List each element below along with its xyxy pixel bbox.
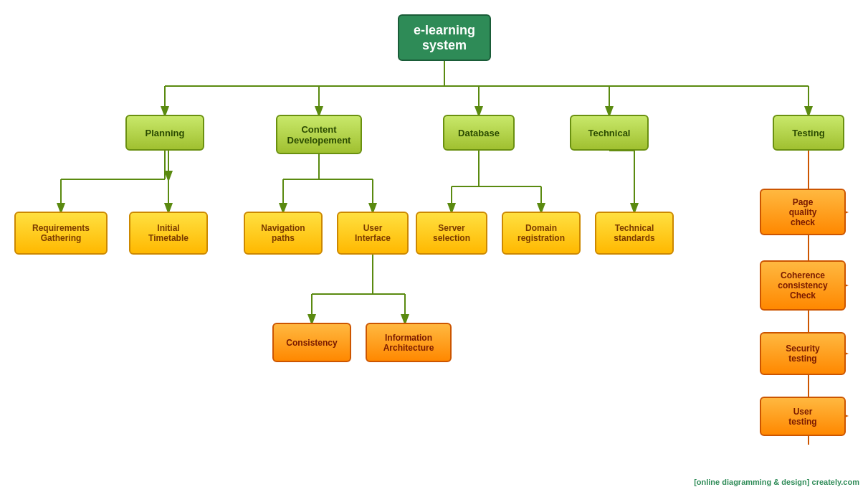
infoarch-node: Information Architecture	[366, 323, 452, 362]
diagram: e-learning system Planning Content Devel…	[0, 0, 868, 492]
watermark-text: [online diagramming & design]	[694, 478, 809, 486]
requirements-node: Requirements Gathering	[14, 212, 108, 255]
techstandards-node: Technical standards	[595, 212, 674, 255]
coherence-node: Coherence consistency Check	[760, 260, 846, 311]
timetable-node: Initial Timetable	[129, 212, 208, 255]
database-node: Database	[443, 115, 515, 151]
testing-node: Testing	[773, 115, 844, 151]
planning-node: Planning	[125, 115, 204, 151]
domainreg-node: Domain registration	[502, 212, 581, 255]
serverselection-node: Server selection	[416, 212, 487, 255]
watermark: [online diagramming & design] creately.c…	[694, 478, 859, 486]
userinterface-node: User Interface	[337, 212, 409, 255]
consistency-node: Consistency	[272, 323, 351, 362]
navpaths-node: Navigation paths	[244, 212, 323, 255]
root-node: e-learning system	[398, 14, 491, 61]
sectest-node: Security testing	[760, 332, 846, 375]
usertest-node: User testing	[760, 397, 846, 436]
content-node: Content Developement	[276, 115, 362, 154]
watermark-tld: .com	[841, 478, 859, 486]
technical-node: Technical	[570, 115, 649, 151]
pagecheck-node: Page quality check	[760, 189, 846, 235]
watermark-brand: creately	[812, 478, 841, 486]
